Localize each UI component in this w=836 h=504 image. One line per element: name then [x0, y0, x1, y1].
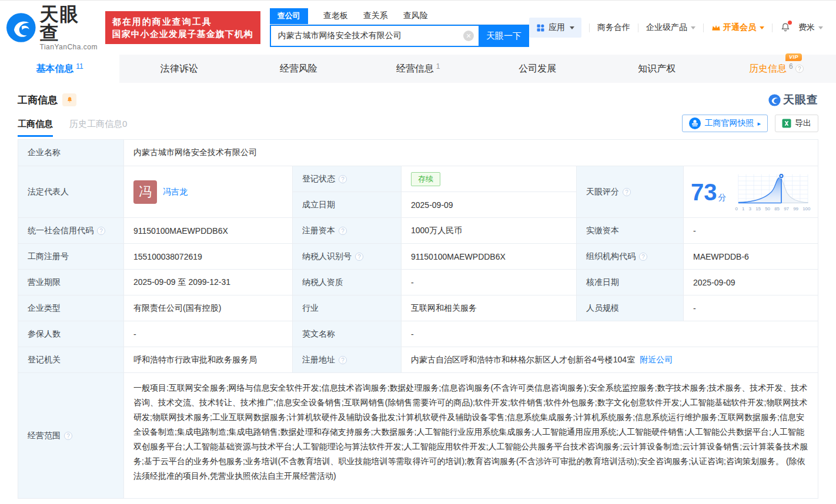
- search-tab-company[interactable]: 查公司: [270, 8, 308, 24]
- search-tab-risk[interactable]: 查风险: [403, 8, 428, 24]
- divider: [638, 23, 638, 32]
- subscribe-bell-icon[interactable]: [62, 93, 76, 106]
- score-axis-ticks: 01 315 5085 9799 100: [735, 206, 811, 211]
- promo-line-1: 都在用的商业查询工具: [112, 15, 253, 28]
- help-icon[interactable]: ?: [623, 188, 631, 196]
- notification-bell-icon[interactable]: [780, 22, 791, 33]
- label-taxpayer-id: 纳税人识别号 ?: [293, 244, 402, 270]
- subtab-business-info[interactable]: 工商信息: [18, 119, 53, 137]
- label-taxpayer-quality: 纳税人资质: [293, 270, 402, 295]
- tab-company-development[interactable]: 公司发展: [478, 55, 597, 83]
- tab-count: 1: [436, 62, 440, 70]
- value-credit-code: 91150100MAEWPDDB6X: [124, 218, 293, 244]
- help-icon[interactable]: ?: [339, 356, 347, 364]
- label-company-name: 企业名称: [18, 140, 124, 166]
- help-icon[interactable]: ?: [64, 432, 72, 440]
- value-company-name: 内蒙古城市网络安全技术有限公司: [124, 140, 818, 166]
- tab-count: 6: [789, 62, 793, 70]
- divider: [772, 23, 773, 32]
- official-snapshot-button[interactable]: 工商官网快照 ▸: [682, 115, 768, 132]
- search-input[interactable]: [278, 31, 463, 41]
- help-icon[interactable]: ?: [639, 253, 647, 261]
- page: 天眼查 TianYanCha.com 都在用的商业查询工具 国家中小企业发展子基…: [0, 0, 836, 504]
- value-registration-number: 155100038072619: [124, 244, 293, 270]
- arrow-right-icon: ▸: [757, 120, 761, 127]
- nearby-companies-link[interactable]: 附近公司: [640, 355, 673, 365]
- label-company-type: 企业类型: [18, 295, 124, 321]
- label-credit-code: 统一社会信用代码 ?: [18, 218, 124, 244]
- logo-title: 天眼查: [40, 5, 99, 42]
- label-registered-capital: 注册资本 ?: [293, 218, 402, 244]
- help-icon[interactable]: ?: [339, 175, 347, 183]
- label-registration-status: 登记状态 ?: [293, 166, 402, 192]
- top-nav: 应用 商务合作 企业级产品 开通会员: [529, 18, 823, 38]
- legal-rep-avatar[interactable]: 冯: [133, 180, 157, 204]
- value-tianyan-score: 73分: [684, 166, 818, 218]
- score-number: 73: [691, 179, 717, 205]
- promo-banner: 都在用的商业查询工具 国家中小企业发展子基金旗下机构: [105, 11, 260, 44]
- tab-intellectual-property[interactable]: 知识产权: [597, 55, 717, 83]
- tab-count: 11: [76, 62, 83, 70]
- export-button[interactable]: 导出: [775, 115, 818, 132]
- value-industry: 互联网和相关服务: [402, 295, 577, 321]
- label-english-name: 英文名称: [293, 321, 402, 347]
- tab-basic-info[interactable]: 基本信息 11: [0, 55, 119, 83]
- tab-history-info[interactable]: 历史信息 VIP 6 ?: [717, 55, 836, 83]
- apps-grid-icon: [536, 23, 545, 32]
- status-badge: 存续: [411, 172, 440, 186]
- search-area: 查公司 查老板 查关系 查风险 ✕ 天眼一下: [270, 8, 529, 47]
- divider: [589, 23, 590, 32]
- value-staff-size: -: [684, 295, 818, 321]
- chevron-down-icon: [570, 26, 574, 29]
- promo-line-2: 国家中小企业发展子基金旗下机构: [112, 28, 253, 40]
- help-icon[interactable]: ?: [355, 253, 363, 261]
- value-approval-date: 2025-09-09: [684, 270, 818, 295]
- value-business-term: 2025-09-09 至 2099-12-31: [124, 270, 293, 295]
- logo-domain: TianYanCha.com: [40, 43, 99, 51]
- value-business-scope: 一般项目:互联网安全服务;网络与信息安全软件开发;信息技术咨询服务;数据处理服务…: [124, 373, 818, 499]
- label-registration-number: 工商注册号: [18, 244, 124, 270]
- value-legal-rep: 冯 冯吉龙: [124, 166, 293, 218]
- clear-icon[interactable]: ✕: [463, 31, 474, 41]
- label-tianyan-score: 天眼评分 ?: [577, 166, 684, 218]
- label-paid-capital: 实缴资本: [577, 218, 684, 244]
- search-tab-relation[interactable]: 查关系: [363, 8, 388, 24]
- tianyancha-watermark-icon: [768, 94, 781, 106]
- help-icon[interactable]: ?: [97, 227, 105, 235]
- value-registration-status: 存续: [402, 166, 577, 192]
- tianyancha-logo-icon: [6, 12, 36, 43]
- value-paid-capital: -: [684, 218, 818, 244]
- label-industry: 行业: [293, 295, 402, 321]
- value-taxpayer-id: 91150100MAEWPDDB6X: [402, 244, 577, 270]
- content: 工商信息 天眼查 工商信息 历史工商信息0: [0, 83, 836, 499]
- value-taxpayer-quality: -: [402, 270, 577, 295]
- label-insured-count: 参保人数: [18, 321, 124, 347]
- value-established-date: 2025-09-09: [402, 192, 577, 218]
- top-header: 天眼查 TianYanCha.com 都在用的商业查询工具 国家中小企业发展子基…: [0, 1, 836, 55]
- search-button[interactable]: 天眼一下: [479, 25, 529, 47]
- label-org-code: 组织机构代码 ?: [577, 244, 684, 270]
- apps-menu[interactable]: 应用: [529, 18, 581, 38]
- tab-operating-risk[interactable]: 经营风险: [239, 55, 358, 83]
- help-icon[interactable]: ?: [795, 65, 804, 73]
- chevron-down-icon: [691, 26, 695, 29]
- value-company-type: 有限责任公司(国有控股): [124, 295, 293, 321]
- help-icon[interactable]: ?: [339, 227, 347, 235]
- tianyancha-watermark: 天眼查: [768, 92, 818, 107]
- score-distribution-chart: 01 315 5085 9799 100: [731, 172, 814, 211]
- nav-enterprise-products[interactable]: 企业级产品: [646, 22, 695, 33]
- tab-legal-proceedings[interactable]: 法律诉讼: [119, 55, 239, 83]
- tab-operating-info[interactable]: 经营信息 1: [358, 55, 477, 83]
- label-approval-date: 核准日期: [577, 270, 684, 295]
- subtab-history-business-info[interactable]: 历史工商信息0: [69, 119, 127, 137]
- value-insured-count: -: [124, 321, 293, 347]
- divider: [703, 23, 704, 32]
- tianyancha-logo[interactable]: 天眼查 TianYanCha.com: [6, 5, 99, 51]
- user-menu[interactable]: 费米: [798, 22, 823, 33]
- section-title: 工商信息: [18, 93, 58, 107]
- legal-rep-link[interactable]: 冯吉龙: [163, 187, 188, 197]
- search-tab-boss[interactable]: 查老板: [323, 8, 348, 24]
- nav-open-vip[interactable]: 开通会员: [711, 22, 764, 33]
- nav-business-cooperation[interactable]: 商务合作: [597, 22, 630, 33]
- label-registered-address: 注册地址 ?: [293, 347, 402, 373]
